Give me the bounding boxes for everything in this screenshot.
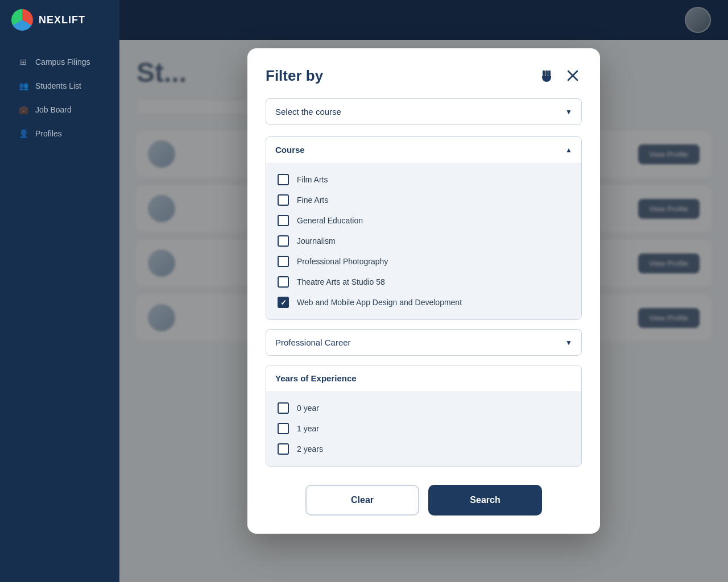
course-checkbox[interactable]	[278, 235, 289, 247]
chevron-down-icon: ▼	[565, 108, 572, 116]
logo-icon	[11, 9, 33, 31]
sidebar-item-label: Students List	[35, 81, 81, 90]
course-checkbox-item[interactable]: Fine Arts	[275, 190, 572, 210]
years-section-header: Years of Experience	[266, 365, 581, 391]
select-course-dropdown[interactable]: Select the course ▼	[266, 98, 582, 125]
logo-text: NEXLIFT	[39, 14, 85, 26]
course-checkbox-item[interactable]: Theatre Arts at Studio 58	[275, 272, 572, 292]
clean-filter-button[interactable]	[537, 66, 556, 85]
course-checkbox[interactable]	[278, 174, 289, 185]
course-checkbox[interactable]	[278, 276, 289, 288]
course-checkbox-item[interactable]: Film Arts	[275, 169, 572, 190]
svg-rect-1	[545, 70, 548, 76]
sidebar-item-students-list[interactable]: 👥 Students List	[5, 75, 115, 97]
modal-title: Filter by	[266, 67, 323, 85]
svg-rect-2	[548, 70, 551, 76]
close-icon	[565, 68, 580, 83]
modal-footer: Clear Search	[266, 485, 582, 516]
course-section-header[interactable]: Course ▲	[266, 137, 581, 163]
sidebar-item-label: Job Board	[35, 105, 72, 114]
course-filter-section: Course ▲ Film ArtsFine ArtsGeneral Educa…	[266, 136, 582, 320]
course-checkbox-item[interactable]: Professional Photography	[275, 251, 572, 272]
course-checkbox[interactable]	[278, 256, 289, 267]
years-checkbox-label: 2 years	[297, 444, 323, 454]
course-checkbox[interactable]	[278, 215, 289, 226]
years-checkbox-label: 1 year	[297, 424, 319, 433]
modal-overlay: Filter by	[119, 0, 728, 582]
years-checkbox[interactable]	[278, 443, 289, 455]
sidebar-logo: NEXLIFT	[0, 0, 119, 40]
years-checkbox-item[interactable]: 0 year	[275, 398, 572, 418]
course-section-label: Course	[275, 145, 305, 155]
professional-career-label: Professional Career	[275, 338, 351, 347]
years-checkbox-label: 0 year	[297, 404, 319, 413]
years-section-label: Years of Experience	[275, 373, 357, 383]
svg-rect-0	[543, 70, 545, 76]
years-checkbox-item[interactable]: 2 years	[275, 439, 572, 459]
course-checkbox-item[interactable]: Web and Mobile App Design and Developmen…	[275, 292, 572, 313]
course-section-body: Film ArtsFine ArtsGeneral EducationJourn…	[266, 163, 581, 319]
sidebar-nav: ⊞ Campus Filings 👥 Students List 💼 Job B…	[0, 40, 119, 156]
modal-header: Filter by	[266, 66, 582, 85]
years-checkbox-item[interactable]: 1 year	[275, 418, 572, 439]
course-checkbox-label: Journalism	[297, 236, 336, 246]
modal-header-icons	[537, 66, 582, 85]
sidebar-item-label: Profiles	[35, 129, 62, 138]
sidebar-item-job-board[interactable]: 💼 Job Board	[5, 99, 115, 120]
briefcase-icon: 💼	[18, 105, 28, 115]
years-checkbox[interactable]	[278, 402, 289, 414]
sidebar-item-label: Campus Filings	[35, 57, 90, 66]
sidebar-item-profiles[interactable]: 👤 Profiles	[5, 123, 115, 144]
select-course-label: Select the course	[275, 107, 341, 117]
years-experience-section: Years of Experience 0 year1 year2 years	[266, 365, 582, 467]
filter-modal: Filter by	[247, 48, 600, 534]
course-checkbox-label: Fine Arts	[297, 196, 328, 205]
years-section-body: 0 year1 year2 years	[266, 391, 581, 466]
main-area: St... View Profile View Profile View Pro…	[119, 0, 728, 582]
course-checkbox-label: Web and Mobile App Design and Developmen…	[297, 298, 462, 307]
users-icon: 👥	[18, 81, 28, 91]
clear-button[interactable]: Clear	[305, 485, 419, 516]
sidebar: NEXLIFT ⊞ Campus Filings 👥 Students List…	[0, 0, 119, 582]
close-modal-button[interactable]	[564, 66, 582, 85]
course-checkbox-label: Theatre Arts at Studio 58	[297, 277, 385, 286]
search-button[interactable]: Search	[428, 485, 542, 516]
chevron-up-icon: ▲	[565, 146, 572, 154]
course-checkbox-label: Professional Photography	[297, 257, 388, 266]
broom-icon	[540, 69, 553, 82]
years-checkbox[interactable]	[278, 423, 289, 434]
course-checkbox[interactable]	[278, 194, 289, 206]
course-checkbox[interactable]	[278, 297, 289, 308]
professional-career-dropdown[interactable]: Professional Career ▼	[266, 329, 582, 356]
course-checkbox-label: General Education	[297, 216, 363, 225]
sidebar-item-campus-filings[interactable]: ⊞ Campus Filings	[5, 51, 115, 73]
course-checkbox-item[interactable]: Journalism	[275, 231, 572, 251]
course-checkbox-item[interactable]: General Education	[275, 210, 572, 231]
chevron-down-icon: ▼	[565, 339, 572, 347]
course-checkbox-label: Film Arts	[297, 175, 328, 184]
building-icon: ⊞	[18, 57, 28, 67]
person-icon: 👤	[18, 128, 28, 139]
